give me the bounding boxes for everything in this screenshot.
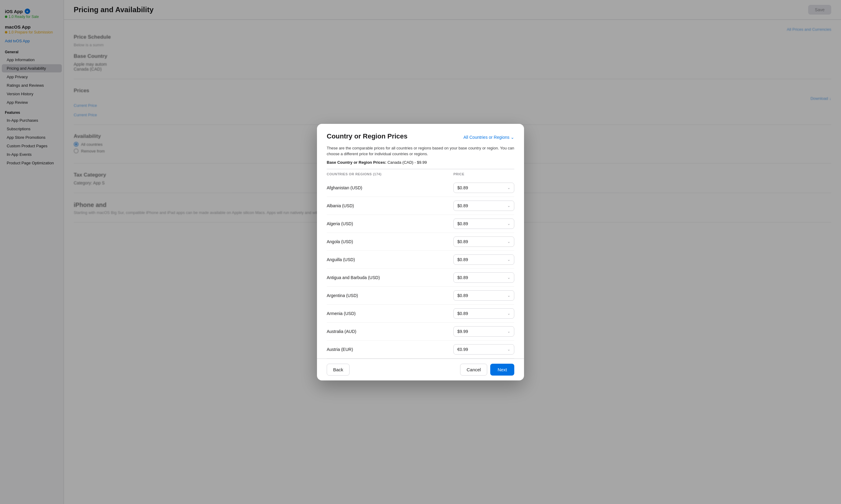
- table-row: Argentina (USD)$0.89⌄: [327, 287, 514, 305]
- chevron-icon: ⌄: [507, 347, 510, 352]
- modal-table-header: COUNTRIES OR REGIONS (174) PRICE: [317, 169, 524, 179]
- table-row: Austria (EUR)€0.99⌄: [327, 341, 514, 359]
- chevron-icon: ⌄: [507, 275, 510, 280]
- modal-footer: Back Cancel Next: [317, 359, 524, 380]
- table-row: Algeria (USD)$0.89⌄: [327, 215, 514, 233]
- chevron-icon: ⌄: [507, 311, 510, 316]
- chevron-icon: ⌄: [507, 329, 510, 334]
- price-dropdown[interactable]: $0.89⌄: [453, 272, 514, 283]
- country-name: Argentina (USD): [327, 293, 453, 298]
- modal-description: These are the comparable prices for all …: [317, 141, 524, 157]
- chevron-down-icon: ⌄: [511, 135, 514, 140]
- modal-header: Country or Region Prices All Countries o…: [317, 124, 524, 141]
- back-button[interactable]: Back: [327, 364, 350, 376]
- country-name: Australia (AUD): [327, 329, 453, 334]
- cancel-button[interactable]: Cancel: [460, 364, 487, 376]
- table-row: Antigua and Barbuda (USD)$0.89⌄: [327, 269, 514, 287]
- price-dropdown[interactable]: €0.99⌄: [453, 344, 514, 355]
- table-row: Australia (AUD)$9.99⌄: [327, 323, 514, 341]
- modal-overlay: Country or Region Prices All Countries o…: [0, 0, 841, 504]
- price-dropdown[interactable]: $0.89⌄: [453, 183, 514, 193]
- chevron-icon: ⌄: [507, 186, 510, 190]
- table-row: Albania (USD)$0.89⌄: [327, 197, 514, 215]
- table-row: Afghanistan (USD)$0.89⌄: [327, 179, 514, 197]
- chevron-icon: ⌄: [507, 293, 510, 298]
- price-dropdown[interactable]: $0.89⌄: [453, 236, 514, 247]
- chevron-icon: ⌄: [507, 257, 510, 262]
- country-name: Afghanistan (USD): [327, 185, 453, 190]
- modal-base-price: Base Country or Region Prices: Canada (C…: [317, 157, 524, 165]
- price-dropdown[interactable]: $9.99⌄: [453, 326, 514, 337]
- country-name: Antigua and Barbuda (USD): [327, 275, 453, 280]
- price-dropdown[interactable]: $0.89⌄: [453, 254, 514, 265]
- country-name: Angola (USD): [327, 239, 453, 244]
- chevron-icon: ⌄: [507, 221, 510, 226]
- price-dropdown[interactable]: $0.89⌄: [453, 290, 514, 301]
- country-name: Algeria (USD): [327, 221, 453, 226]
- footer-right: Cancel Next: [460, 364, 514, 376]
- modal-scroll-area[interactable]: Afghanistan (USD)$0.89⌄Albania (USD)$0.8…: [317, 179, 524, 359]
- table-row: Angola (USD)$0.89⌄: [327, 233, 514, 251]
- table-row: Armenia (USD)$0.89⌄: [327, 305, 514, 323]
- country-region-prices-modal: Country or Region Prices All Countries o…: [317, 124, 524, 380]
- table-header-price: PRICE: [453, 172, 514, 176]
- chevron-icon: ⌄: [507, 204, 510, 208]
- chevron-icon: ⌄: [507, 239, 510, 244]
- price-dropdown[interactable]: $0.89⌄: [453, 201, 514, 211]
- table-row: Anguilla (USD)$0.89⌄: [327, 251, 514, 269]
- country-name: Armenia (USD): [327, 311, 453, 316]
- country-name: Albania (USD): [327, 203, 453, 208]
- next-button[interactable]: Next: [490, 364, 514, 376]
- price-dropdown[interactable]: $0.89⌄: [453, 308, 514, 319]
- country-name: Anguilla (USD): [327, 257, 453, 262]
- table-header-country: COUNTRIES OR REGIONS (174): [327, 172, 453, 176]
- modal-title: Country or Region Prices: [327, 132, 407, 140]
- price-dropdown[interactable]: $0.89⌄: [453, 218, 514, 229]
- country-name: Austria (EUR): [327, 347, 453, 352]
- modal-filter-button[interactable]: All Countries or Regions ⌄: [463, 133, 514, 141]
